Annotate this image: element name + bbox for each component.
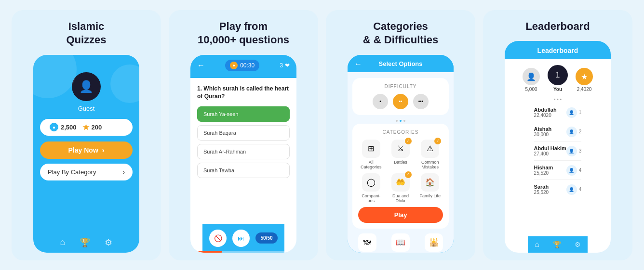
cat-mistakes-icon[interactable]: ⚠ ✓ xyxy=(421,140,439,158)
difficulty-section: DIFFICULTY • •• ••• xyxy=(352,78,449,115)
star-icon: ★ xyxy=(82,123,89,132)
leaderboard-list: Abdullah 22,4020 👤 1 Aishah 30,000 👤 xyxy=(529,103,587,236)
lb-row-3: Abdul Hakim 27,400 👤 3 xyxy=(534,141,582,161)
dot-2 xyxy=(400,120,402,122)
timer-coin-icon: ● xyxy=(230,62,238,69)
progress-fill xyxy=(190,251,222,253)
podium-avatar-first: 1 xyxy=(548,65,568,85)
phone-mockup-2: ← ● 00:30 3 ❤ 1. Which surah is called t… xyxy=(190,55,296,253)
cat-badge-2: ✓ xyxy=(434,138,441,144)
podium-second: 👤 5,000 xyxy=(523,68,540,92)
settings-icon[interactable]: ⚙ xyxy=(105,237,112,248)
back-arrow-icon[interactable]: ← xyxy=(197,61,205,70)
cat-hajj-icon[interactable]: 🕌 xyxy=(425,233,443,252)
settings-icon-4[interactable]: ⚙ xyxy=(575,241,581,248)
card3-title: Categories & & Difficulties xyxy=(363,20,438,47)
categories-label: CATEGORIES xyxy=(358,129,443,135)
cat-family: 🏠 Family Life xyxy=(417,173,443,203)
home-icon[interactable]: ⌂ xyxy=(60,237,66,247)
cat-dua: 🤲 ✓ Dua andDhikr xyxy=(388,173,413,203)
back-arrow-icon-3[interactable]: ← xyxy=(354,60,362,68)
card-leaderboard: Leaderboard Leaderboard 👤 5,000 1 You ★ xyxy=(483,10,632,260)
cat-battles-icon[interactable]: ⚔ ✓ xyxy=(391,140,410,158)
progress-bar xyxy=(190,251,296,253)
main-container: Islamic Quizzes 👤 Guest ● 2,500 ★ 200 xyxy=(0,0,644,270)
card-play-questions: Play from 10,000+ questions ← ● 00:30 3 … xyxy=(169,10,318,260)
cat-fasting: 🍽 Fasting xyxy=(352,233,382,253)
card-categories: Categories & & Difficulties ← Select Opt… xyxy=(326,10,475,260)
play-pause-button[interactable]: ⏭ xyxy=(232,230,250,247)
cat-family-icon[interactable]: 🏠 xyxy=(421,173,439,192)
phone-mockup-4: Leaderboard 👤 5,000 1 You ★ 2,4020 xyxy=(505,41,611,252)
answer-option-3[interactable]: Surah Ar-Rahman xyxy=(197,144,290,159)
cat-first-icon[interactable]: 📖 xyxy=(391,233,410,252)
answer-option-4[interactable]: Surah Tawba xyxy=(197,163,290,178)
hearts-badge: 3 ❤ xyxy=(280,62,290,69)
categories-section: CATEGORIES ⊞ AllCategories ⚔ ✓ Battles xyxy=(352,124,449,229)
cat-fasting-icon[interactable]: 🍽 xyxy=(358,233,376,252)
difficulty-easy[interactable]: • xyxy=(373,94,388,109)
lb-row-4: Hisham 25,520 👤 4 xyxy=(534,161,582,180)
lb-row-1: Abdullah 22,4020 👤 1 xyxy=(534,103,582,122)
phone-mockup-1: 👤 Guest ● 2,500 ★ 200 Play Now › Play By… xyxy=(33,55,139,253)
difficulty-medium[interactable]: •• xyxy=(393,94,408,109)
trophy-icon-4[interactable]: 🏆 xyxy=(553,241,561,248)
cat-mistakes: ⚠ ✓ CommonMistakes xyxy=(417,140,443,169)
quiz-controls: 🚫 ⏭ 50/50 xyxy=(202,224,284,253)
cat-all: ⊞ AllCategories xyxy=(358,140,384,169)
rank-icon-3: 👤 xyxy=(566,146,577,156)
play-button[interactable]: Play xyxy=(358,207,443,223)
phone-mockup-3: ← Select Options DIFFICULTY • •• ••• xyxy=(348,55,454,253)
cat-dua-icon[interactable]: 🤲 ✓ xyxy=(391,173,410,192)
bottom-nav-1: ⌂ 🏆 ⚙ xyxy=(60,232,113,248)
dot-3 xyxy=(403,120,405,122)
difficulty-hard[interactable]: ••• xyxy=(413,94,429,109)
lb-row-5: Sarah 25,520 👤 4 xyxy=(534,180,582,199)
leaderboard-header: Leaderboard xyxy=(505,41,611,59)
mute-button[interactable]: 🚫 xyxy=(209,230,227,247)
trophy-icon[interactable]: 🏆 xyxy=(80,237,90,248)
dots-indicator xyxy=(352,120,449,122)
cat-first: 📖 First and xyxy=(386,233,415,253)
quiz-header: ← ● 00:30 3 ❤ xyxy=(190,55,296,78)
home-icon-4[interactable]: ⌂ xyxy=(535,240,539,249)
score-button[interactable]: 50/50 xyxy=(255,232,277,244)
person-icon: 👤 xyxy=(79,80,94,93)
rank-icon-1: 👤 xyxy=(566,107,577,118)
card1-title: Islamic Quizzes xyxy=(66,20,106,47)
play-now-button[interactable]: Play Now › xyxy=(40,141,133,159)
cat-battles: ⚔ ✓ Battles xyxy=(388,140,413,169)
podium-row: 👤 5,000 1 You ★ 2,4020 xyxy=(518,59,598,96)
card-islamic-quizzes: Islamic Quizzes 👤 Guest ● 2,500 ★ 200 xyxy=(12,10,161,260)
podium-first: 1 You xyxy=(548,65,568,92)
more-categories: 🍽 Fasting 📖 First and 🕌 Hajj xyxy=(352,233,449,253)
card2-title: Play from 10,000+ questions xyxy=(198,20,289,47)
answer-option-1[interactable]: Surah Ya-seen xyxy=(197,106,290,122)
options-body: DIFFICULTY • •• ••• CATEGORIES xyxy=(348,72,454,253)
categories-grid: ⊞ AllCategories ⚔ ✓ Battles xyxy=(358,140,443,203)
rank-icon-5: 👤 xyxy=(566,184,577,195)
podium-third: ★ 2,4020 xyxy=(576,68,593,92)
question-text: 1. Which surah is called the heart of Qu… xyxy=(197,85,290,101)
rank-icon-4: 👤 xyxy=(566,165,577,176)
select-options-header: ← Select Options xyxy=(348,55,454,72)
question-area: 1. Which surah is called the heart of Qu… xyxy=(190,78,296,224)
lb-row-2: Aishah 30,000 👤 2 xyxy=(534,122,582,141)
cat-companions-icon[interactable]: ◯ xyxy=(362,173,380,192)
leaderboard-header-title: Leaderboard xyxy=(537,47,578,54)
card4-title: Leaderboard xyxy=(525,20,590,34)
podium-avatar-second: 👤 xyxy=(523,68,540,85)
bottom-nav-4: ⌂ 🏆 ⚙ xyxy=(528,236,588,253)
select-options-title: Select Options xyxy=(378,60,422,67)
answer-option-2[interactable]: Surah Baqara xyxy=(197,125,290,141)
avatar: 👤 xyxy=(72,72,101,101)
coin-icon: ● xyxy=(50,123,58,131)
dots-row: • • • xyxy=(554,96,562,103)
cat-badge-3: ✓ xyxy=(405,171,412,178)
rank-icon-2: 👤 xyxy=(566,127,577,137)
dot-1 xyxy=(396,120,398,122)
cat-all-icon[interactable]: ⊞ xyxy=(362,140,380,158)
play-by-category-button[interactable]: Play By Category › xyxy=(40,164,133,180)
cat-companions: ◯ Compani-ons xyxy=(358,173,384,203)
score-bar: ● 2,500 ★ 200 xyxy=(40,119,133,136)
